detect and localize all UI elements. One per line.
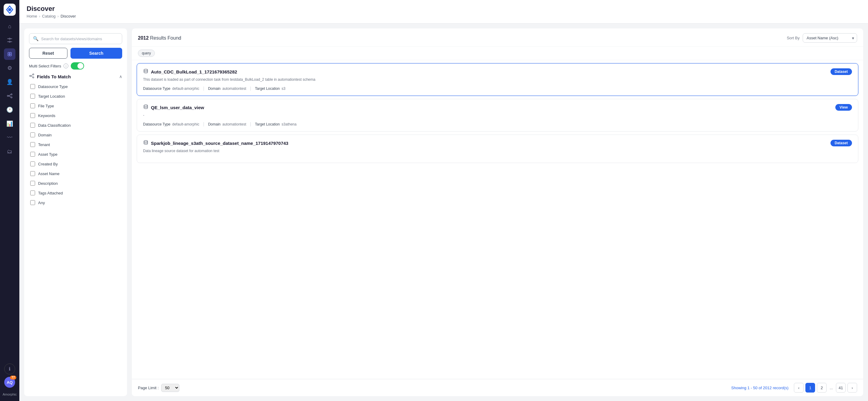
checkbox-tenant-input[interactable] — [30, 142, 35, 147]
sort-select-wrapper: Asset Name (Asc) Asset Name (Desc) Creat… — [803, 33, 857, 43]
card-badge-3: Dataset — [831, 140, 852, 146]
checkbox-any-label: Any — [38, 201, 45, 205]
page-2-button[interactable]: 2 — [817, 383, 827, 393]
card-top-3: Sparkjob_lineage_s3ath_source_dataset_na… — [143, 140, 852, 146]
checkbox-datasource-type[interactable]: Datasource Type — [29, 82, 122, 91]
checkbox-data-classification-label: Data Classification — [38, 123, 71, 128]
multi-select-label: Multi Select Filters — [29, 64, 61, 68]
page-1-button[interactable]: 1 — [805, 383, 815, 393]
left-nav: ⌂ ⚙ 👤 🕐 📊 〰 🗂 ℹ A — [0, 0, 19, 401]
svg-line-21 — [31, 76, 33, 77]
nav-filter-icon[interactable] — [4, 34, 16, 46]
multi-select-toggle[interactable] — [71, 62, 84, 69]
page-title: Discover — [27, 5, 861, 13]
page-limit-label: Page Limit : — [138, 385, 159, 390]
svg-point-23 — [144, 105, 148, 106]
nav-bag-icon[interactable]: 🗂 — [4, 146, 16, 157]
checkbox-asset-type-input[interactable] — [30, 152, 35, 157]
fields-section-title: Fields To Match — [29, 73, 71, 80]
prev-page-button[interactable]: ‹ — [794, 383, 804, 393]
nav-settings-icon[interactable]: ⚙ — [4, 62, 16, 74]
nav-clock-icon[interactable]: 🕐 — [4, 104, 16, 116]
result-card-2[interactable]: QE_lsm_user_data_view View - Datasource … — [137, 99, 858, 131]
dataset-icon-1 — [143, 68, 149, 75]
checkbox-asset-name-label: Asset Name — [38, 172, 60, 176]
nav-lineage-icon[interactable] — [4, 90, 16, 102]
filter-tag-label: query — [142, 51, 151, 55]
checkbox-any[interactable]: Any — [29, 198, 122, 207]
checkbox-domain[interactable]: Domain — [29, 131, 122, 139]
search-box[interactable]: 🔍 — [29, 33, 122, 44]
checkbox-keywords[interactable]: Keywords — [29, 111, 122, 120]
meta-domain-2: Domain automationtest — [208, 122, 246, 126]
top-header: Discover Home › Catalog › Discover — [19, 0, 868, 24]
nav-chart-icon[interactable]: 📊 — [4, 118, 16, 129]
checkbox-created-by[interactable]: Created By — [29, 160, 122, 168]
multi-select-info-icon[interactable]: i — [63, 63, 68, 68]
app-label: Amorphic — [3, 391, 17, 397]
app-logo[interactable] — [4, 4, 16, 16]
sort-select[interactable]: Asset Name (Asc) Asset Name (Desc) Creat… — [803, 33, 857, 43]
checkbox-target-location-label: Target Location — [38, 94, 65, 99]
checkbox-created-by-input[interactable] — [30, 161, 35, 166]
nav-wave-icon[interactable]: 〰 — [4, 132, 16, 143]
checkbox-keywords-label: Keywords — [38, 114, 55, 118]
breadcrumb-home[interactable]: Home — [27, 14, 37, 19]
card-title-text-3: Sparkjob_lineage_s3ath_source_dataset_na… — [151, 141, 288, 146]
checkbox-any-input[interactable] — [30, 200, 35, 205]
checkbox-description-input[interactable] — [30, 181, 35, 186]
next-page-button[interactable]: › — [847, 383, 857, 393]
checkbox-tags-attached[interactable]: Tags Attached — [29, 189, 122, 197]
svg-point-17 — [30, 75, 31, 76]
card-top-2: QE_lsm_user_data_view View — [143, 104, 852, 111]
checkbox-target-location-input[interactable] — [30, 94, 35, 99]
search-input[interactable] — [41, 37, 118, 41]
svg-line-16 — [8, 96, 11, 97]
nav-person-icon[interactable]: 👤 — [4, 76, 16, 88]
checkbox-tenant[interactable]: Tenant — [29, 140, 122, 149]
svg-line-15 — [8, 95, 11, 96]
result-card-3[interactable]: Sparkjob_lineage_s3ath_source_dataset_na… — [137, 134, 858, 163]
checkbox-domain-input[interactable] — [30, 132, 35, 137]
checkbox-tags-attached-input[interactable] — [30, 190, 35, 195]
fields-section-header[interactable]: Fields To Match ∧ — [29, 73, 122, 80]
checkbox-asset-name[interactable]: Asset Name — [29, 169, 122, 178]
sort-by-row: Sort By Asset Name (Asc) Asset Name (Des… — [787, 33, 857, 43]
fields-icon — [29, 73, 34, 80]
checkbox-data-classification-input[interactable] — [30, 123, 35, 128]
checkbox-file-type-input[interactable] — [30, 103, 35, 108]
checkbox-file-type[interactable]: File Type — [29, 102, 122, 110]
card-title-2: QE_lsm_user_data_view — [143, 104, 204, 111]
checkbox-domain-label: Domain — [38, 133, 52, 137]
page-last-button[interactable]: 41 — [836, 383, 846, 393]
search-button[interactable]: Search — [70, 48, 122, 59]
checkbox-target-location[interactable]: Target Location — [29, 92, 122, 100]
svg-point-1 — [8, 8, 11, 11]
dataset-icon-2 — [143, 104, 149, 111]
card-title-1: Auto_CDC_BulkLoad_1_1721679365282 — [143, 68, 237, 75]
pagination-nav: Showing 1 - 50 of 2012 record(s) ‹ 1 2 .… — [731, 383, 857, 393]
svg-point-8 — [8, 52, 10, 54]
card-badge-2: View — [835, 104, 852, 111]
results-header: 2012 Results Found Sort By Asset Name (A… — [132, 28, 863, 47]
checkbox-keywords-input[interactable] — [30, 113, 35, 118]
checkbox-description-label: Description — [38, 181, 58, 186]
checkbox-created-by-label: Created By — [38, 162, 58, 166]
content-area: 🔍 Reset Search Multi Select Filters i — [19, 24, 868, 401]
reset-button[interactable]: Reset — [29, 48, 67, 59]
nav-home-icon[interactable]: ⌂ — [4, 21, 16, 32]
checkbox-datasource-type-input[interactable] — [30, 84, 35, 89]
page-limit-select[interactable]: 10 25 50 100 — [161, 384, 179, 392]
checkbox-data-classification[interactable]: Data Classification — [29, 121, 122, 129]
svg-point-9 — [10, 52, 11, 54]
nav-info-icon[interactable]: ℹ — [4, 364, 15, 374]
card-title-text-2: QE_lsm_user_data_view — [151, 105, 204, 110]
checkbox-asset-name-input[interactable] — [30, 171, 35, 176]
filter-panel: 🔍 Reset Search Multi Select Filters i — [24, 28, 127, 396]
breadcrumb-catalog[interactable]: Catalog — [42, 14, 56, 19]
nav-discover-icon[interactable] — [4, 49, 16, 60]
result-card-1[interactable]: Auto_CDC_BulkLoad_1_1721679365282 Datase… — [137, 63, 858, 96]
filter-tag-query[interactable]: query — [138, 50, 155, 57]
checkbox-asset-type[interactable]: Asset Type — [29, 150, 122, 158]
checkbox-description[interactable]: Description — [29, 179, 122, 187]
